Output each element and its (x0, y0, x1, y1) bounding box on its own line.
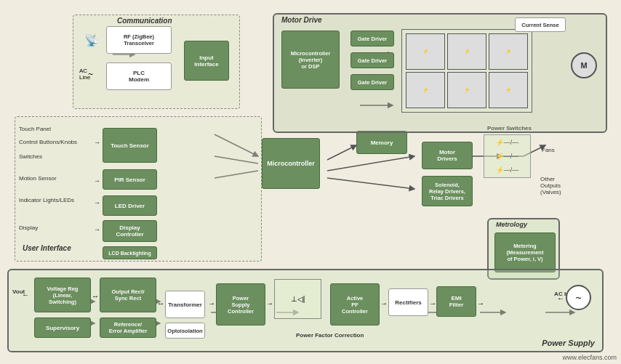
arrow2: → (94, 177, 100, 185)
motion-sensor-label: Motion Sensor (19, 175, 57, 182)
switch-matrix: ⚡ ⚡ ⚡ ⚡ ⚡ ⚡ (401, 29, 532, 113)
svg-line-7 (327, 178, 414, 189)
motor-drive-title: Motor Drive (281, 16, 322, 24)
arrow3: → (94, 199, 100, 206)
metrology-title: Metrology (496, 221, 527, 228)
display-label: Display (19, 225, 38, 231)
output-rect-box: Output Rect/ Sync Rect (100, 278, 156, 312)
sw5: ⚡ (447, 72, 486, 108)
reference-amplifier-box: Reference/ Error Amplifier (100, 318, 156, 338)
voltage-reg-box: Voltage Reg (Linear, Switching) (34, 278, 91, 312)
pfc-label: Power Factor Correction (296, 332, 364, 339)
motor-drive-section: Motor Drive Microcontroller (Inverter) o… (273, 13, 607, 133)
power-supply-title: Power Supply (542, 339, 595, 347)
motor-drivers-box: Motor Drivers (422, 142, 473, 169)
arrow1: → (94, 139, 100, 146)
switches-label: Switches (19, 153, 42, 160)
ac-in-symbol: ~ (566, 285, 591, 310)
switch-symbol-1: ⚡―/― (496, 139, 519, 146)
gate-driver-1-box: Gate Driver (350, 31, 394, 46)
arrow-ps6: → (429, 299, 436, 307)
sw2: ⚡ (447, 33, 486, 70)
user-interface-section: User Interface Touch Panel Control Butto… (15, 116, 262, 262)
emi-filter-box: EMI Filter (436, 286, 476, 317)
rf-transceiver-box: RF (ZigBee) Transceiver (106, 26, 172, 54)
fans-label: Fans (542, 147, 555, 153)
main-microcontroller-box: Microcontroller (262, 138, 320, 189)
microcontroller-inverter-box: Microcontroller (Inverter) or DSP (281, 31, 340, 89)
communication-title: Communication (117, 17, 172, 25)
arrow4: → (94, 226, 100, 233)
switch-symbol-2: ⚡―/― (496, 153, 519, 160)
svg-line-6 (327, 156, 414, 171)
pir-sensor-box: PIR Sensor (103, 169, 157, 190)
user-interface-title: User Interface (23, 244, 71, 252)
ac-in-arrow: ← (557, 294, 564, 302)
power-supply-controller-box: Power Supply Controller (216, 283, 265, 325)
arrow-ps4: → (266, 299, 273, 307)
svg-line-5 (327, 145, 356, 160)
power-switches-area: ⚡―/― ⚡―/― ⚡―/― (484, 134, 531, 178)
display-controller-box: Display Controller (103, 220, 157, 242)
plc-modem-box: PLC Modem (106, 62, 172, 90)
control-buttons-label: Control Buttons/Knobs (19, 139, 77, 145)
solenoid-drivers-box: Solenoid, Relay Drivers, Triac Drivers (422, 176, 473, 206)
optoisolation-box: Optoisolation (165, 323, 205, 339)
supervisory-box: Supervisory (34, 318, 91, 338)
led-driver-box: LED Driver (103, 195, 157, 216)
communication-section: Communication 📡 RF (ZigBee) Transceiver … (73, 15, 240, 109)
touch-sensor-box: Touch Sensor (103, 128, 157, 163)
arrow-ps5: → (380, 299, 388, 307)
current-sense-box: Current Sense (515, 17, 566, 32)
arrow-ps2: ↔ (157, 299, 164, 307)
capacitor-diode-area: ⊥◁| (274, 279, 321, 319)
gate-driver-3-box: Gate Driver (350, 74, 394, 90)
arrow-ps7: → (477, 299, 484, 307)
vout-arrow: ← (22, 291, 29, 299)
main-diagram: Communication 📡 RF (ZigBee) Transceiver … (0, 0, 621, 364)
sw6: ⚡ (489, 72, 528, 108)
touch-panel-label: Touch Panel (19, 126, 51, 132)
active-pf-controller-box: Active PF Controller (330, 283, 380, 325)
transformer-box: Transformer (165, 291, 205, 318)
motor-symbol: M (571, 52, 597, 78)
metering-box: Metering (Measurement of Power, i, V) (494, 232, 556, 272)
lcd-backlighting-box: LCD Backlighting (103, 246, 157, 259)
switch-symbol-3: ⚡―/― (496, 166, 519, 174)
input-interface-box: Input Interface (184, 41, 229, 81)
antenna-icon: 📡 (84, 33, 99, 47)
sw4: ⚡ (406, 72, 445, 108)
arrow-ps3: → (208, 299, 215, 307)
other-outputs-label: OtherOutputs(Valves) (540, 176, 561, 195)
sw3: ⚡ (489, 33, 528, 70)
ac-line-icon: ~ (88, 69, 93, 79)
switch-grid: ⚡ ⚡ ⚡ ⚡ ⚡ ⚡ (402, 30, 532, 112)
rectifiers-box: Rectifiers (388, 288, 428, 316)
watermark: www.elecfans.com (562, 354, 617, 361)
gate-driver-2-box: Gate Driver (350, 52, 394, 68)
indicator-lights-label: Indicator Lights/LEDs (19, 197, 74, 203)
sw1: ⚡ (406, 33, 445, 70)
power-supply-section: Power Supply Vout ← Voltage Reg (Linear,… (7, 269, 604, 352)
arrow-ps1: ↔ (92, 292, 99, 300)
memory-box: Memory (356, 131, 407, 154)
